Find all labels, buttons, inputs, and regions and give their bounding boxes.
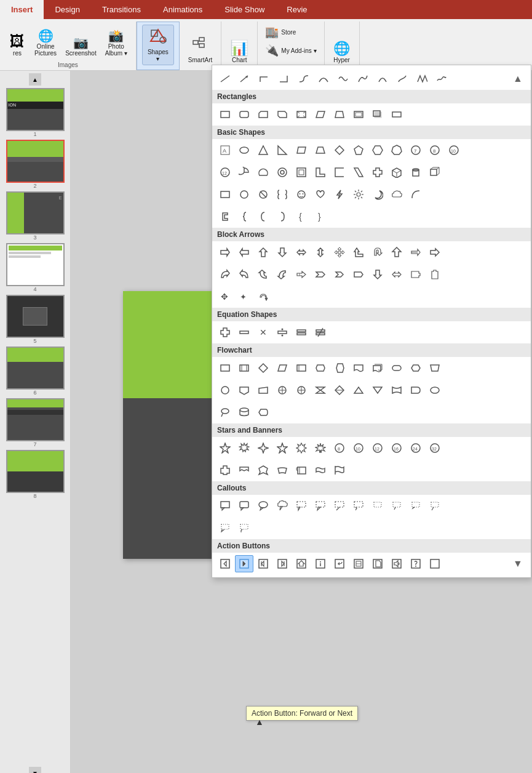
shape-fc-extract[interactable] [349, 382, 368, 399]
slide-thumb-7[interactable]: 7 [6, 398, 65, 447]
shape-curve[interactable] [314, 70, 333, 87]
tab-review[interactable]: Revie [276, 0, 318, 19]
shape-minus[interactable] [235, 324, 253, 341]
shape-callout-sm1[interactable] [368, 497, 387, 515]
shape-cloud[interactable] [387, 186, 406, 203]
shape-rounded-rect[interactable] [235, 106, 253, 123]
btn-smartart[interactable]: SmartArt [185, 33, 216, 66]
shape-num10[interactable]: 10 [445, 142, 463, 159]
shape-callout-line2[interactable] [311, 497, 330, 515]
shape-callout-sm4[interactable] [426, 497, 444, 515]
shape-freeform[interactable] [354, 70, 372, 87]
scroll-down-btn[interactable]: ▼ [29, 767, 41, 773]
shape-wave-flag[interactable] [330, 462, 349, 479]
slide-thumb-8[interactable]: 8 [6, 450, 65, 499]
shape-wave-banner[interactable] [311, 462, 330, 479]
shape-line[interactable] [216, 70, 234, 87]
shape-ribbon3[interactable] [254, 462, 272, 479]
shape-fc-document[interactable] [349, 359, 368, 377]
shape-arrow-bent-up[interactable] [349, 244, 368, 261]
shape-chord[interactable] [254, 164, 272, 181]
shape-bracket-open[interactable] [216, 208, 234, 225]
shape-right-triangle[interactable] [273, 142, 292, 159]
shape-star32-badge[interactable]: 32 [426, 439, 444, 457]
shape-move[interactable]: ✥ [216, 288, 234, 305]
shape-fc-merge[interactable] [368, 382, 387, 399]
shape-arrow-right[interactable] [216, 244, 234, 261]
shape-chevron-sm[interactable] [330, 266, 349, 283]
shape-multiply[interactable]: ✕ [254, 324, 272, 341]
shape-fc-stored[interactable] [311, 359, 330, 377]
shape-fc-multidoc[interactable] [368, 359, 387, 377]
shape-ribbon2[interactable] [235, 462, 253, 479]
shape-fc-prepare[interactable] [407, 359, 425, 377]
shape-connector-elbow[interactable] [255, 70, 274, 87]
shape-brace-open[interactable] [235, 208, 253, 225]
shape-scroll[interactable] [292, 462, 311, 479]
btn-shapes[interactable]: Shapes▾ [142, 25, 174, 65]
slide-thumb-1[interactable]: ION 1 [6, 88, 65, 137]
shape-rect2[interactable] [349, 106, 368, 123]
shape-fc-process[interactable] [216, 359, 234, 377]
shape-callout-line4[interactable] [349, 497, 368, 515]
shape-arc2[interactable] [407, 186, 425, 203]
shape-star6[interactable] [292, 439, 311, 457]
shape-fc-sort[interactable] [330, 382, 349, 399]
shape-fc-offpage[interactable] [235, 382, 253, 399]
shape-curved-up[interactable] [254, 266, 272, 283]
shape-equals[interactable] [292, 324, 311, 341]
shape-curved-down[interactable] [273, 266, 292, 283]
shape-ribbon1[interactable] [216, 462, 234, 479]
shape-num8[interactable]: 8 [426, 142, 444, 159]
shape-rect[interactable] [216, 106, 234, 123]
shape-callout-sm2[interactable] [387, 497, 406, 515]
shape-callout-line3[interactable] [330, 497, 349, 515]
shape-star7[interactable] [311, 439, 330, 457]
shape-snip2-rect[interactable] [273, 106, 292, 123]
shape-triangle[interactable] [254, 142, 272, 159]
shape-pie[interactable] [235, 164, 253, 181]
shape-fc-callout[interactable] [216, 404, 234, 421]
shape-parallelogram[interactable] [311, 106, 330, 123]
shapes-scroll-down[interactable]: ▼ [509, 555, 527, 572]
slide-thumb-2[interactable]: 2 [6, 140, 65, 189]
shape-star10-badge[interactable]: 10 [349, 439, 368, 457]
shape-trapezoid[interactable] [330, 106, 349, 123]
shape-trapezoid2[interactable] [311, 142, 330, 159]
shape-left-bracket[interactable] [254, 208, 272, 225]
shape-moon[interactable] [368, 186, 387, 203]
shape-arrow-up[interactable] [254, 244, 272, 261]
shape-connector-elbow2[interactable] [275, 70, 293, 87]
shape-snip-rect[interactable] [254, 106, 272, 123]
shape-fc-process2[interactable] [235, 359, 253, 377]
shape-arrow-ud[interactable] [311, 244, 330, 261]
shape-star5[interactable] [273, 439, 292, 457]
shape-arrow-lr[interactable] [292, 244, 311, 261]
tab-animations[interactable]: Animations [152, 0, 213, 19]
shape-fc-summing[interactable] [273, 382, 292, 399]
btn-online-pictures[interactable]: 🌐 OnlinePictures [31, 27, 60, 59]
shape-action-return[interactable] [330, 555, 349, 572]
shape-callout-rounded[interactable] [235, 497, 253, 515]
slide-thumb-6[interactable]: 6 [6, 346, 65, 396]
shape-callout-extra2[interactable] [235, 519, 253, 537]
shape-frame2[interactable] [292, 164, 311, 181]
btn-chart[interactable]: 📊 Chart [226, 38, 252, 66]
shape-arrow-striped[interactable] [407, 244, 425, 261]
shape-half-frame[interactable] [330, 164, 349, 181]
shape-fc-collate[interactable] [311, 382, 330, 399]
shape-left-brace[interactable]: { [292, 208, 311, 225]
shape-arrow-back[interactable] [387, 266, 406, 283]
shape-oval[interactable] [235, 142, 253, 159]
shape-action-home[interactable] [292, 555, 311, 572]
slide-thumb-3[interactable]: E 3 [6, 191, 65, 241]
shape-action-help[interactable] [407, 555, 425, 572]
shape-no[interactable] [254, 186, 272, 203]
shape-donut[interactable] [273, 164, 292, 181]
shape-fc-storage[interactable] [387, 382, 406, 399]
shape-chevron[interactable] [311, 266, 330, 283]
shape-rect-plain[interactable] [387, 106, 406, 123]
shape-text[interactable]: A [216, 142, 234, 159]
shape-L-shape[interactable] [311, 164, 330, 181]
shape-fc-data[interactable] [273, 359, 292, 377]
